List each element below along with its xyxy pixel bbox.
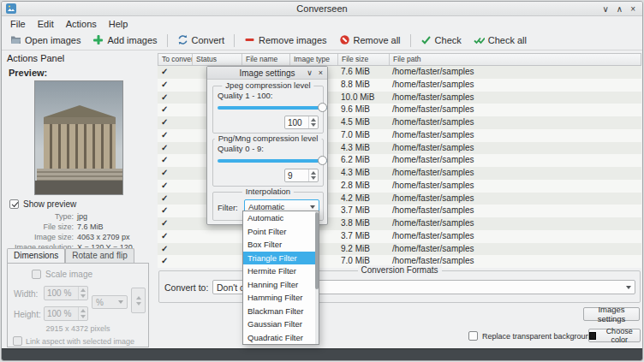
column-file-path[interactable]: File path: [390, 54, 641, 65]
scrollbar-thumb[interactable]: [315, 212, 319, 289]
file-path-cell: /home/faster/samples: [389, 205, 641, 217]
sync-dimensions-button[interactable]: [131, 288, 146, 313]
width-spinner[interactable]: 100 %: [44, 286, 88, 300]
undock-button[interactable]: ∨: [307, 68, 313, 77]
menu-actions[interactable]: Actions: [60, 18, 103, 30]
png-quality-slider[interactable]: [218, 155, 327, 166]
remove-all-label: Remove all: [354, 35, 401, 45]
images-settings-button[interactable]: Images settings: [583, 307, 640, 321]
menu-edit[interactable]: Edit: [32, 18, 60, 30]
add-images-button[interactable]: Add images: [87, 33, 162, 49]
actions-panel: Actions Panel Preview: Show preview Type…: [5, 51, 154, 347]
table-row[interactable]: ✓9.2 MiB/home/faster/samples: [158, 243, 641, 256]
checked-icon[interactable]: ✓: [161, 80, 168, 89]
checked-icon[interactable]: ✓: [161, 205, 168, 215]
tab-dimensions[interactable]: Dimensions: [7, 248, 65, 263]
png-quality-spinbox[interactable]: 9: [284, 169, 319, 182]
preview-label: Preview:: [9, 68, 47, 78]
remove-images-button[interactable]: Remove images: [239, 33, 331, 49]
slider-track[interactable]: [218, 159, 327, 163]
png-quality-label: Quality 0 - 9:: [218, 144, 264, 153]
remove-all-button[interactable]: Remove all: [334, 33, 406, 49]
show-preview-checkbox[interactable]: [9, 199, 19, 209]
table-row[interactable]: ✓3.7 MiB/home/faster/samples: [158, 230, 641, 243]
choose-color-button[interactable]: Choose color: [588, 329, 641, 342]
file-size-label: File size:: [7, 223, 74, 231]
spinner-arrows-icon[interactable]: [78, 307, 87, 320]
checked-icon[interactable]: ✓: [161, 218, 168, 228]
minimize-button[interactable]: ∨: [603, 4, 609, 14]
filter-label: Filter:: [218, 203, 238, 212]
dialog-titlebar[interactable]: Image settings ∨ ×: [207, 67, 327, 80]
checked-icon[interactable]: ✓: [161, 244, 168, 253]
slider-handle[interactable]: [318, 103, 327, 112]
check-all-button[interactable]: Check all: [468, 33, 532, 49]
spinner-arrows-icon[interactable]: [308, 116, 318, 128]
column-file-name[interactable]: File name: [242, 54, 290, 65]
file-size-cell: 9.6 MiB: [337, 104, 389, 116]
checked-icon[interactable]: ✓: [161, 193, 168, 203]
link-aspect-checkbox[interactable]: [13, 336, 22, 346]
file-path-cell: /home/faster/samples: [389, 104, 641, 116]
convert-button[interactable]: Convert: [172, 33, 230, 49]
filter-option[interactable]: Point Filter: [243, 225, 319, 239]
arrow-down-icon: [136, 302, 141, 306]
open-images-button[interactable]: Open images: [5, 33, 86, 49]
jpeg-group-title: Jpeg compression level: [222, 80, 313, 90]
close-button[interactable]: ×: [630, 4, 635, 14]
unit-combobox[interactable]: %: [92, 295, 128, 309]
tab-rotate-and-flip[interactable]: Rotate and flip: [65, 248, 134, 263]
jpeg-quality-spinbox[interactable]: 100: [284, 116, 319, 129]
dropdown-scrollbar[interactable]: [315, 211, 319, 344]
height-spinner[interactable]: 100 %: [44, 306, 88, 321]
checked-icon[interactable]: ✓: [161, 130, 168, 139]
replace-transparent-checkbox[interactable]: [468, 331, 478, 341]
filter-option[interactable]: Box Filter: [243, 238, 319, 252]
spinner-arrows-icon[interactable]: [78, 287, 87, 300]
column-file-size[interactable]: File size: [338, 54, 390, 65]
checked-icon[interactable]: ✓: [161, 181, 168, 190]
titlebar[interactable]: Converseen ∨ ∧ ×: [2, 2, 642, 16]
checked-icon[interactable]: ✓: [161, 104, 168, 114]
column-image-type[interactable]: Image type: [290, 54, 338, 65]
checked-icon[interactable]: ✓: [161, 67, 168, 76]
file-size-cell: 7.6 MiB: [337, 66, 389, 79]
add-icon: [92, 34, 104, 47]
checked-icon[interactable]: ✓: [161, 155, 168, 164]
dialog-close-button[interactable]: ×: [319, 68, 323, 77]
slider-track[interactable]: [218, 106, 327, 110]
filter-option[interactable]: Blackman Filter: [243, 305, 319, 318]
check-button[interactable]: Check: [415, 33, 467, 49]
png-quality-value: 9: [285, 171, 308, 181]
file-size-cell: 8.8 MiB: [337, 79, 389, 92]
checked-icon[interactable]: ✓: [161, 231, 168, 240]
menu-file[interactable]: File: [4, 18, 32, 30]
jpeg-quality-slider[interactable]: [218, 102, 327, 113]
slider-handle[interactable]: [318, 156, 327, 165]
filter-option[interactable]: Hanning Filter: [243, 278, 319, 292]
column-status[interactable]: Status: [193, 54, 242, 65]
remove-minus-icon: [244, 34, 255, 47]
checked-icon[interactable]: ✓: [161, 117, 168, 127]
spinner-arrows-icon[interactable]: [308, 169, 318, 181]
filter-option[interactable]: Hamming Filter: [243, 291, 319, 305]
maximize-button[interactable]: ∧: [617, 4, 623, 14]
filter-option[interactable]: Triangle Filter: [243, 252, 319, 265]
open-images-label: Open images: [25, 35, 80, 45]
filter-option[interactable]: Automatic: [243, 211, 319, 225]
checked-icon[interactable]: ✓: [161, 143, 168, 152]
add-images-label: Add images: [107, 35, 157, 45]
checked-icon[interactable]: ✓: [161, 168, 168, 177]
menu-help[interactable]: Help: [103, 18, 134, 30]
filter-option[interactable]: Gaussian Filter: [243, 317, 319, 331]
scale-image-checkbox[interactable]: [32, 270, 41, 279]
check-label: Check: [435, 35, 462, 45]
filter-option[interactable]: Quadratic Filter: [243, 331, 319, 345]
filter-option[interactable]: Hermite Filter: [243, 264, 319, 278]
link-aspect-label: Link aspect with selected image: [26, 337, 134, 346]
column-to-convert[interactable]: To convert: [158, 54, 193, 65]
folder-open-icon: [10, 34, 21, 47]
checked-icon[interactable]: ✓: [161, 256, 168, 265]
file-path-cell: /home/faster/samples: [389, 217, 641, 230]
checked-icon[interactable]: ✓: [161, 92, 168, 102]
